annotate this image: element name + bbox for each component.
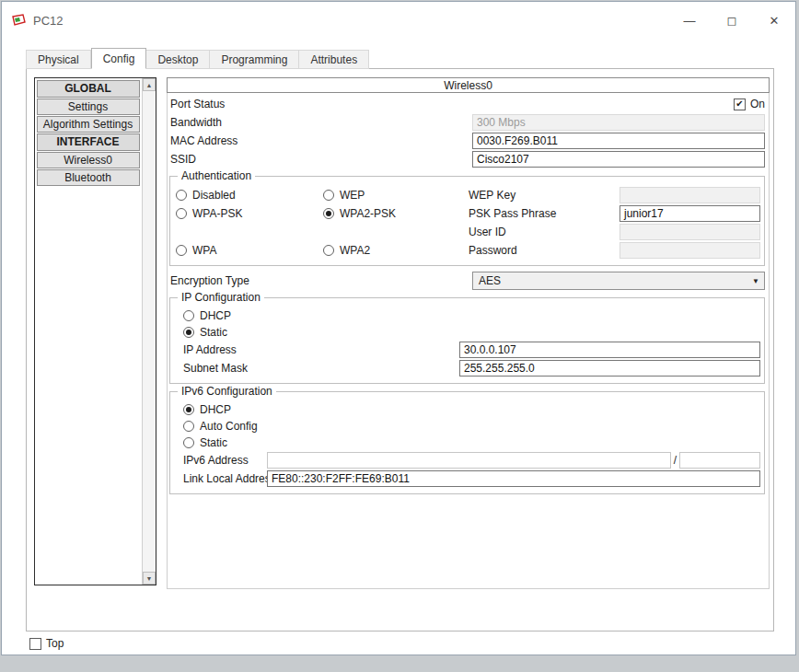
pc-device-icon (11, 14, 27, 28)
port-status-checkbox[interactable] (734, 98, 746, 110)
mac-row: MAC Address 0030.F269.B011 (168, 132, 769, 150)
link-local-address-field[interactable]: FE80::230:F2FF:FE69:B011 (267, 470, 760, 487)
ipv6-address-field[interactable] (267, 452, 671, 469)
radio-wep-label: WEP (340, 189, 365, 202)
radio-wpa-psk[interactable] (176, 208, 187, 219)
radio-item-wpa2-psk[interactable]: WPA2-PSK (323, 207, 469, 220)
radio-item-disabled[interactable]: Disabled (176, 189, 323, 202)
ssid-field[interactable]: Cisco2107 (472, 151, 765, 168)
radio-wep[interactable] (323, 190, 334, 201)
radio-wpa[interactable] (176, 245, 187, 256)
encryption-type-dropdown[interactable]: AES ▼ (472, 272, 765, 290)
radio-wpa2-psk[interactable] (323, 208, 334, 219)
port-status-row: Port Status On (168, 95, 769, 113)
ipv6-address-row: IPv6 Address / (176, 451, 760, 469)
ipv6-configuration-group: IPv6 Configuration DHCP Auto Config Stat… (169, 391, 765, 494)
top-checkbox[interactable] (29, 638, 41, 650)
ssid-label: SSID (170, 153, 472, 166)
radio-ip-dhcp[interactable] (183, 310, 194, 321)
link-local-row: Link Local Address: FE80::230:F2FF:FE69:… (176, 469, 760, 488)
sidebar-scrollbar[interactable]: ▲ ▼ (142, 78, 156, 585)
radio-wpa-psk-label: WPA-PSK (192, 207, 242, 220)
radio-ip-dhcp-label: DHCP (200, 309, 231, 322)
user-id-field (620, 224, 760, 240)
sidebar-header-global: GLOBAL (37, 80, 140, 98)
mac-field[interactable]: 0030.F269.B011 (472, 133, 765, 149)
radio-ipv6-static-label: Static (200, 436, 227, 449)
bandwidth-field: 300 Mbps (472, 114, 765, 131)
user-id-label: User ID (469, 226, 620, 238)
maximize-icon[interactable]: ◻ (711, 2, 753, 39)
chevron-down-icon: ▼ (752, 277, 759, 285)
radio-item-wep[interactable]: WEP (323, 189, 469, 202)
radio-ipv6-dhcp-label: DHCP (200, 403, 231, 416)
titlebar[interactable]: PC12 — ◻ ✕ (2, 2, 795, 39)
radio-wpa2[interactable] (323, 245, 334, 256)
sidebar-item-bluetooth[interactable]: Bluetooth (37, 169, 140, 186)
psk-pass-phrase-field[interactable]: junior17 (620, 205, 760, 222)
bandwidth-row: Bandwidth 300 Mbps (168, 113, 769, 132)
tab-desktop[interactable]: Desktop (146, 50, 210, 69)
subnet-mask-field[interactable]: 255.255.255.0 (459, 360, 760, 377)
radio-disabled[interactable] (176, 190, 187, 201)
ipv6-configuration-legend: IPv6 Configuration (178, 385, 276, 398)
authentication-group: Authentication Disabled WEP (169, 176, 765, 266)
encryption-type-value: AES (479, 274, 501, 287)
sidebar-item-algorithm-settings[interactable]: Algorithm Settings (37, 116, 140, 133)
psk-pass-phrase-label: PSK Pass Phrase (469, 207, 620, 220)
top-checkbox-row: Top (29, 637, 64, 650)
ipv6-address-label: IPv6 Address (183, 454, 267, 467)
pc12-config-window: PC12 — ◻ ✕ Physical Config Desktop Progr… (1, 1, 796, 655)
auth-row-1: Disabled WEP WEP Key (176, 186, 760, 204)
tab-physical[interactable]: Physical (26, 50, 91, 69)
ip-address-label: IP Address (183, 343, 459, 356)
ip-configuration-group: IP Configuration DHCP Static IP Address … (169, 297, 765, 384)
radio-item-ip-dhcp[interactable]: DHCP (176, 307, 760, 324)
tab-config[interactable]: Config (91, 48, 147, 69)
tab-attributes[interactable]: Attributes (299, 50, 369, 69)
encryption-type-label: Encryption Type (170, 274, 472, 287)
radio-disabled-label: Disabled (192, 189, 236, 202)
radio-ipv6-auto-config[interactable] (183, 421, 194, 432)
radio-item-wpa-psk[interactable]: WPA-PSK (176, 207, 323, 220)
minimize-icon[interactable]: — (668, 2, 711, 39)
radio-ipv6-auto-config-label: Auto Config (200, 420, 258, 433)
radio-ip-static[interactable] (183, 327, 194, 338)
radio-ipv6-dhcp[interactable] (183, 404, 194, 415)
radio-item-ip-static[interactable]: Static (176, 324, 760, 341)
radio-ip-static-label: Static (200, 326, 227, 339)
config-content: GLOBAL Settings Algorithm Settings INTER… (26, 68, 774, 631)
wep-key-label: WEP Key (469, 189, 620, 202)
radio-item-ipv6-auto-config[interactable]: Auto Config (176, 418, 760, 434)
port-status-label: Port Status (170, 98, 472, 110)
sidebar-item-wireless0[interactable]: Wireless0 (37, 152, 140, 168)
sidebar: GLOBAL Settings Algorithm Settings INTER… (34, 77, 156, 585)
sidebar-item-settings[interactable]: Settings (37, 98, 140, 115)
radio-item-wpa2[interactable]: WPA2 (323, 244, 469, 257)
encryption-row: Encryption Type AES ▼ (168, 272, 769, 290)
tabbar: Physical Config Desktop Programming Attr… (26, 48, 369, 69)
scroll-down-icon[interactable]: ▼ (143, 572, 156, 585)
tab-programming[interactable]: Programming (210, 50, 299, 69)
password-field (620, 242, 760, 259)
radio-item-ipv6-static[interactable]: Static (176, 434, 760, 451)
auth-row-2: WPA-PSK WPA2-PSK PSK Pass Phrase junior1… (176, 204, 760, 223)
radio-wpa2-psk-label: WPA2-PSK (340, 207, 396, 220)
sidebar-header-interface: INTERFACE (37, 133, 140, 151)
ipv6-prefix-field[interactable] (679, 452, 760, 469)
ssid-row: SSID Cisco2107 (168, 150, 769, 168)
radio-item-wpa[interactable]: WPA (176, 244, 323, 257)
close-icon[interactable]: ✕ (753, 2, 795, 39)
panel-title: Wireless0 (167, 77, 770, 93)
subnet-mask-row: Subnet Mask 255.255.255.0 (176, 359, 760, 377)
radio-wpa2-label: WPA2 (340, 244, 370, 257)
radio-ipv6-static[interactable] (183, 437, 194, 448)
window-title: PC12 (33, 14, 64, 28)
radio-item-ipv6-dhcp[interactable]: DHCP (176, 401, 760, 418)
ip-address-field[interactable]: 30.0.0.107 (459, 342, 760, 358)
password-label: Password (469, 244, 620, 257)
mac-label: MAC Address (170, 134, 472, 147)
wireless0-panel: Wireless0 Port Status On Bandwidth 300 M… (167, 77, 770, 589)
scroll-up-icon[interactable]: ▲ (143, 78, 156, 91)
desktop-background-strip (0, 656, 799, 672)
